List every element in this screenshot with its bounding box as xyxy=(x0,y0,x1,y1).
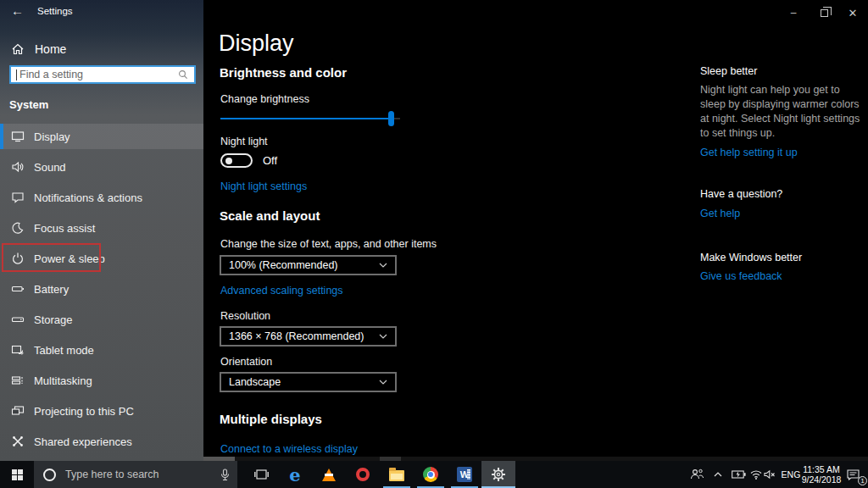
night-light-toggle[interactable] xyxy=(220,153,253,168)
make-windows-better-heading: Make Windows better xyxy=(700,252,863,263)
close-button[interactable]: ✕ xyxy=(836,0,868,25)
sidebar-item-label: Multitasking xyxy=(34,374,92,387)
clock[interactable]: 11:35 AM 9/24/2018 xyxy=(802,461,841,488)
taskbar-app-edge[interactable]: e xyxy=(278,461,312,488)
brightness-section-heading: Brightness and color xyxy=(220,65,347,80)
tablet-icon xyxy=(10,343,25,358)
page-title: Display xyxy=(219,30,294,57)
have-question-heading: Have a question? xyxy=(700,188,863,200)
get-help-link[interactable]: Get help xyxy=(700,208,740,219)
sidebar-item-tablet-mode[interactable]: Tablet mode xyxy=(0,337,203,363)
sidebar-item-display[interactable]: Display xyxy=(0,124,203,149)
sidebar-item-home[interactable]: Home xyxy=(0,37,203,61)
project-icon xyxy=(10,404,25,419)
sidebar-item-notifications[interactable]: Notifications & actions xyxy=(0,185,203,210)
drive-icon xyxy=(10,313,25,327)
night-light-settings-link[interactable]: Night light settings xyxy=(220,180,307,192)
home-icon xyxy=(10,42,25,57)
battery-charging-icon[interactable] xyxy=(729,461,748,488)
taskbar-app-chrome[interactable] xyxy=(414,461,448,488)
resolution-label: Resolution xyxy=(220,310,270,322)
sidebar-item-power-sleep[interactable]: Power & sleep xyxy=(0,246,203,271)
sidebar-item-label: Power & sleep xyxy=(34,252,105,265)
brightness-slider-label: Change brightness xyxy=(220,93,309,105)
slider-fill xyxy=(220,118,390,119)
edge-icon: e xyxy=(289,464,300,485)
text-caret xyxy=(16,69,17,80)
sidebar-item-label: Battery xyxy=(34,283,69,296)
orientation-dropdown[interactable]: Landscape xyxy=(220,372,397,392)
sidebar-section-system: System xyxy=(9,98,48,111)
language-indicator[interactable]: ENG xyxy=(780,461,802,488)
search-icon[interactable] xyxy=(178,69,188,80)
file-explorer-icon xyxy=(389,470,404,481)
taskbar-search-input[interactable]: Type here to search xyxy=(34,461,237,488)
night-light-state: Off xyxy=(263,154,277,167)
taskbar-app-file-explorer[interactable] xyxy=(380,461,414,488)
resolution-dropdown[interactable]: 1366 × 768 (Recommended) xyxy=(220,326,397,347)
orientation-dropdown-value: Landscape xyxy=(229,376,379,388)
sidebar-item-shared-experiences[interactable]: Shared experiences xyxy=(0,429,203,454)
chevron-down-icon xyxy=(379,334,387,339)
taskbar: Type here to search e W xyxy=(0,461,868,488)
microphone-icon[interactable] xyxy=(220,469,230,481)
sidebar-item-focus-assist[interactable]: Focus assist xyxy=(0,215,203,241)
size-label: Change the size of text, apps, and other… xyxy=(220,238,437,250)
sidebar-item-multitasking[interactable]: Multitasking xyxy=(0,368,203,393)
volume-muted-icon[interactable] xyxy=(761,461,778,488)
sidebar-item-label: Notifications & actions xyxy=(34,191,142,204)
people-icon[interactable] xyxy=(687,461,707,488)
sidebar-item-sound[interactable]: Sound xyxy=(0,154,203,180)
battery-icon xyxy=(10,282,25,297)
minimize-button[interactable]: – xyxy=(776,0,810,25)
sidebar-item-label: Display xyxy=(34,130,70,143)
brightness-slider[interactable] xyxy=(220,110,400,127)
multiple-displays-heading: Multiple displays xyxy=(220,412,322,426)
windows-desktop: ← Settings – ✕ Home Find a setting Syste… xyxy=(0,0,868,488)
tray-chevron-up-icon[interactable] xyxy=(710,461,726,488)
search-placeholder: Find a setting xyxy=(19,69,178,80)
wireless-display-link[interactable]: Connect to a wireless display xyxy=(220,443,358,455)
window-title: Settings xyxy=(37,6,73,16)
power-icon xyxy=(10,252,25,266)
taskbar-app-word[interactable]: W xyxy=(448,461,481,488)
action-center-icon xyxy=(847,469,860,480)
sidebar-item-label: Focus assist xyxy=(34,222,95,235)
gear-icon xyxy=(491,467,506,482)
tray-time: 11:35 AM xyxy=(803,464,840,474)
chevron-down-icon xyxy=(379,380,387,385)
tray-date: 9/24/2018 xyxy=(802,474,842,485)
taskbar-search-placeholder: Type here to search xyxy=(65,469,220,480)
resolution-dropdown-value: 1366 × 768 (Recommended) xyxy=(229,330,379,342)
size-dropdown[interactable]: 100% (Recommended) xyxy=(220,255,397,275)
vlc-icon xyxy=(322,469,336,481)
give-feedback-link[interactable]: Give us feedback xyxy=(700,270,782,282)
search-input[interactable]: Find a setting xyxy=(9,65,196,84)
sidebar-item-label: Tablet mode xyxy=(34,344,94,357)
slider-thumb[interactable] xyxy=(388,111,394,126)
restore-icon xyxy=(821,9,828,17)
toggle-knob xyxy=(225,158,232,164)
scale-section-heading: Scale and layout xyxy=(220,208,320,223)
cortana-icon xyxy=(43,469,56,481)
sleep-better-heading: Sleep better xyxy=(700,65,863,77)
start-button[interactable] xyxy=(0,461,34,488)
back-arrow-icon[interactable]: ← xyxy=(11,3,24,18)
word-icon: W xyxy=(457,467,472,482)
share-icon xyxy=(10,435,25,449)
sidebar-item-storage[interactable]: Storage xyxy=(0,307,203,332)
taskbar-app-opera[interactable] xyxy=(346,461,380,488)
chrome-icon xyxy=(423,467,438,482)
taskbar-app-settings[interactable] xyxy=(481,461,515,488)
task-view-button[interactable] xyxy=(244,461,278,488)
home-label: Home xyxy=(35,42,66,56)
sidebar-item-battery[interactable]: Battery xyxy=(0,276,203,302)
speaker-icon xyxy=(10,160,25,175)
help-panel: Sleep better Night light can help you ge… xyxy=(700,65,863,283)
size-dropdown-value: 100% (Recommended) xyxy=(229,259,379,271)
advanced-scaling-link[interactable]: Advanced scaling settings xyxy=(220,285,343,297)
taskbar-app-vlc[interactable] xyxy=(312,461,346,488)
get-help-setting-link[interactable]: Get help setting it up xyxy=(700,147,798,158)
action-center-button[interactable]: 1 xyxy=(843,461,863,488)
sidebar-item-projecting[interactable]: Projecting to this PC xyxy=(0,398,203,424)
